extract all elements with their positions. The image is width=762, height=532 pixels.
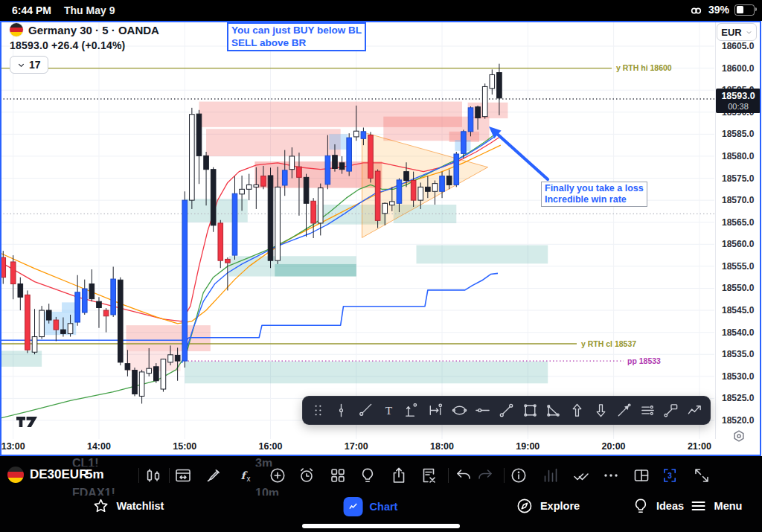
trend-line-tool[interactable] [497,401,516,420]
last-price-label: 18593.0 00:38 [716,89,761,113]
volume-bars-icon[interactable] [541,466,560,485]
svg-text:y RTH cl 18537: y RTH cl 18537 [581,339,636,348]
arrow-down-tool[interactable] [592,401,610,420]
candles-icon[interactable] [144,466,163,485]
price-axis-tick: 18550.0 [722,283,754,293]
alert-icon[interactable] [297,466,316,485]
date-range-tool[interactable] [426,401,445,420]
symbol-title: Germany 30 · 5 · OANDA [28,24,159,36]
idea-bulb-icon[interactable] [358,466,377,485]
hotspot-icon [689,4,703,16]
tab-watchlist[interactable]: Watchlist [92,497,164,515]
drag-handle[interactable] [309,401,327,420]
note1-line1: You can just BUY below BL [231,25,362,37]
fullscreen-icon[interactable] [692,466,711,485]
draw-icon[interactable] [204,466,223,485]
more-icon[interactable] [601,466,621,485]
tab-label: Chart [370,501,398,513]
home-indicator[interactable] [302,524,460,528]
tab-menu[interactable]: Menu [690,497,743,515]
currency-selector[interactable]: EUR [717,23,757,41]
split-layout-icon[interactable] [632,466,651,485]
bar-replay-icon[interactable] [173,466,193,485]
tab-label: Explore [540,500,580,512]
redo-icon[interactable] [476,466,495,485]
symbol-price-line: 18593.0 +26.4 (+0.14%) [10,39,159,51]
chart-tab-icon [344,497,363,516]
share-icon[interactable] [389,466,409,485]
tab-chart[interactable]: Chart [344,497,398,516]
vertical-line-tool[interactable] [333,401,351,420]
svg-text:y RTH hi 18600: y RTH hi 18600 [616,63,672,72]
multichart-3-icon[interactable]: 3 [660,466,679,485]
ellipse-tool[interactable] [450,401,469,420]
bar-countdown: 00:38 [728,102,749,111]
toolbar-main-row: DE30EUR 5m fx3 [0,464,762,487]
indicators-fx-icon[interactable]: fx [237,466,257,485]
toolbar-symbol[interactable]: DE30EUR [30,467,88,482]
add-icon[interactable] [268,466,287,485]
indicators-collapse-button[interactable]: 17 [10,56,48,74]
horizontal-line-tool[interactable] [473,401,492,420]
chart-header: Germany 30 · 5 · OANDA 18593.0 +26.4 (+0… [10,23,159,74]
position-tool[interactable] [662,401,681,420]
price-axis-tick: 18565.0 [722,217,754,228]
time-axis[interactable]: 13:0014:0015:0016:0017:0018:0019:0020:00… [0,439,714,455]
time-axis-label: 18:00 [426,441,458,452]
text-annotation-buy-sell[interactable]: You can just BUY below BL SELL above BR [227,22,366,51]
zigzag-arrow-tool[interactable] [685,401,704,420]
ray-tool[interactable] [356,401,374,420]
undo-icon[interactable] [454,466,473,485]
compass-icon [516,497,534,515]
symbol-title-row[interactable]: Germany 30 · 5 · OANDA [10,23,159,36]
price-axis-tick: 18555.0 [722,261,754,272]
price-axis-tick: 18570.0 [722,195,754,205]
chevron-down-icon [746,29,752,36]
germany-flag-icon [10,23,23,36]
tab-label: Watchlist [117,500,164,512]
text-annotation-loss[interactable]: Finally you take a loss Incredible win r… [541,182,647,207]
indicator-count: 17 [29,59,41,71]
tradingview-logo-icon[interactable] [16,417,37,429]
price-axis-tick: 18560.0 [722,239,754,249]
text-tool[interactable]: T [380,401,398,420]
time-axis-label: 17:00 [340,441,373,452]
time-axis-label: 15:00 [168,441,201,452]
price-scale-settings-gear-icon[interactable] [731,428,747,444]
svg-text:pp 18533: pp 18533 [627,356,661,365]
price-range-tool[interactable] [403,401,422,420]
toolbar-timeframe[interactable]: 5m [86,467,104,482]
arrow-up-tool[interactable] [568,401,586,420]
germany-flag-icon [7,467,24,483]
hamburger-icon [690,497,708,515]
battery-percent: 39% [708,4,729,16]
battery-icon [734,4,755,16]
remove-drawings-icon[interactable] [419,466,438,485]
drawing-toolbar[interactable]: T [302,396,711,425]
tab-explore[interactable]: Explore [516,497,580,515]
drawings-sync-icon[interactable] [572,466,591,485]
tab-ideas[interactable]: Ideas [632,497,684,515]
time-axis-label: 14:00 [83,441,115,452]
star-icon [92,497,110,515]
parallel-channel-tool[interactable] [638,401,657,420]
toolbar-separator [448,468,449,483]
chevron-down-icon [17,61,25,69]
price-axis-tick: 18535.0 [722,349,754,359]
info-icon[interactable] [509,466,528,485]
arrow-marker-tool[interactable] [615,401,633,420]
price-axis-tick: 18605.0 [722,41,754,51]
time-axis-label: 21:00 [683,441,716,452]
triangle-tool[interactable] [544,401,563,420]
price-axis[interactable]: 18605.018600.018595.018590.018585.018580… [715,22,762,439]
rectangle-tool[interactable] [521,401,540,420]
time-axis-label: 19:00 [511,441,544,452]
price-axis-tick: 18600.0 [722,63,754,74]
svg-text:3: 3 [667,472,672,480]
price-axis-tick: 18585.0 [722,129,754,139]
apps-grid-icon[interactable] [328,466,348,485]
price-axis-tick: 18545.0 [722,305,754,315]
svg-text:T: T [385,404,393,417]
toolbar-separator [138,468,139,483]
time-axis-label: 20:00 [598,441,630,452]
